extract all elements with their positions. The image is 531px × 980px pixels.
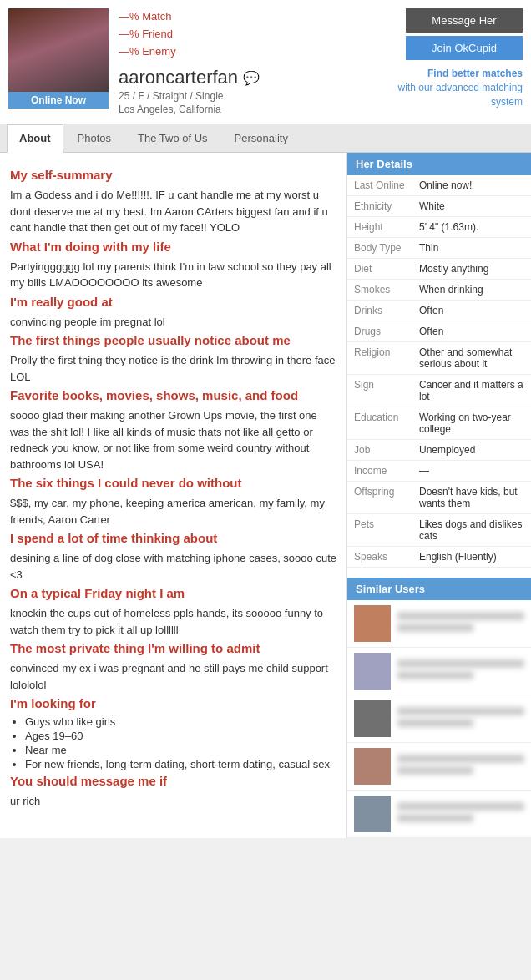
blurred-name-1 bbox=[397, 612, 524, 620]
similar-user-5[interactable] bbox=[347, 791, 531, 838]
detail-label-smokes: Smokes bbox=[347, 280, 414, 300]
about-sections: My self-summary Im a Godess and i do Me!… bbox=[0, 153, 347, 838]
detail-value-drinks: Often bbox=[414, 301, 531, 321]
detail-row-pets: Pets Likes dogs and dislikes cats bbox=[347, 514, 531, 547]
detail-value-last-online: Online now! bbox=[414, 175, 531, 195]
section-title-message-if: You should message me if bbox=[10, 774, 336, 788]
section-title-self-summary: My self-summary bbox=[10, 168, 336, 182]
detail-label-pets: Pets bbox=[347, 514, 414, 546]
detail-label-religion: Religion bbox=[347, 342, 414, 374]
right-column: Her Details Last Online Online now! Ethn… bbox=[347, 153, 531, 838]
detail-row-smokes: Smokes When drinking bbox=[347, 280, 531, 301]
detail-label-job: Job bbox=[347, 440, 414, 460]
blurred-detail-5 bbox=[397, 814, 473, 822]
section-text-message-if: ur rich bbox=[10, 793, 336, 810]
detail-value-sign: Cancer and it matters a lot bbox=[414, 375, 531, 407]
join-okcupid-button[interactable]: Join OkCupid bbox=[406, 36, 523, 60]
main-content: My self-summary Im a Godess and i do Me!… bbox=[0, 153, 531, 838]
detail-label-diet: Diet bbox=[347, 259, 414, 279]
blurred-detail-3 bbox=[397, 719, 473, 727]
section-private-thing: The most private thing I'm willing to ad… bbox=[10, 641, 336, 693]
detail-row-job: Job Unemployed bbox=[347, 440, 531, 461]
section-looking-for: I'm looking for Guys who like girls Ages… bbox=[10, 696, 336, 770]
similar-avatar-4 bbox=[354, 748, 391, 785]
detail-value-ethnicity: White bbox=[414, 196, 531, 216]
her-details: Her Details Last Online Online now! Ethn… bbox=[347, 153, 531, 568]
detail-label-sign: Sign bbox=[347, 375, 414, 407]
similar-user-4[interactable] bbox=[347, 743, 531, 791]
profile-tabs: About Photos The Two of Us Personality bbox=[0, 124, 531, 153]
similar-avatar-2 bbox=[354, 653, 391, 690]
similar-info-3 bbox=[397, 707, 524, 730]
section-text-really-good-at: convincing people im pregnat lol bbox=[10, 314, 336, 331]
details-header: Her Details bbox=[347, 153, 531, 175]
detail-label-income: Income bbox=[347, 461, 414, 481]
blurred-name-3 bbox=[397, 707, 524, 715]
detail-row-speaks: Speaks English (Fluently) bbox=[347, 547, 531, 568]
list-item: Near me bbox=[25, 744, 336, 756]
detail-label-drinks: Drinks bbox=[347, 301, 414, 321]
chat-icon[interactable]: 💬 bbox=[243, 70, 260, 86]
section-title-favorites: Favorite books, movies, shows, music, an… bbox=[10, 388, 336, 402]
detail-label-speaks: Speaks bbox=[347, 547, 414, 567]
detail-row-education: Education Working on two-year college bbox=[347, 407, 531, 440]
section-six-things: The six things I could never do without … bbox=[10, 476, 336, 528]
detail-row-last-online: Last Online Online now! bbox=[347, 175, 531, 196]
section-thinking-about: I spend a lot of time thinking about des… bbox=[10, 531, 336, 583]
section-favorites: Favorite books, movies, shows, music, an… bbox=[10, 388, 336, 472]
section-title-looking-for: I'm looking for bbox=[10, 696, 336, 710]
detail-row-income: Income — bbox=[347, 461, 531, 482]
header-info: —% Match —% Friend —% Enemy aaroncarterf… bbox=[109, 8, 389, 115]
tab-personality[interactable]: Personality bbox=[222, 124, 301, 152]
detail-label-height: Height bbox=[347, 217, 414, 237]
blurred-detail-4 bbox=[397, 766, 473, 775]
detail-row-diet: Diet Mostly anything bbox=[347, 259, 531, 280]
detail-value-height: 5' 4" (1.63m). bbox=[414, 217, 531, 237]
section-doing-with-life: What I'm doing with my life Partyinggggg… bbox=[10, 240, 336, 291]
user-location: Los Angeles, California bbox=[119, 104, 389, 115]
profile-header: Online Now —% Match —% Friend —% Enemy a… bbox=[0, 0, 531, 124]
similar-user-2[interactable] bbox=[347, 648, 531, 695]
detail-label-last-online: Last Online bbox=[347, 175, 414, 195]
list-item: For new friends, long-term dating, short… bbox=[25, 758, 336, 770]
section-message-if: You should message me if ur rich bbox=[10, 774, 336, 810]
section-title-first-notice: The first things people usually notice a… bbox=[10, 333, 336, 347]
online-status-badge: Online Now bbox=[8, 92, 109, 109]
user-demographics: 25 / F / Straight / Single bbox=[119, 90, 389, 102]
blurred-name-5 bbox=[397, 802, 524, 811]
section-text-doing-with-life: Partyingggggg lol my parents think I'm i… bbox=[10, 259, 336, 291]
blurred-detail-2 bbox=[397, 671, 473, 679]
tab-about[interactable]: About bbox=[7, 124, 63, 153]
detail-row-drugs: Drugs Often bbox=[347, 321, 531, 342]
blurred-detail-1 bbox=[397, 624, 473, 632]
tab-two-of-us[interactable]: The Two of Us bbox=[125, 124, 220, 152]
find-better-promo: Find better matches with our advanced ma… bbox=[389, 67, 523, 109]
header-actions: Message Her Join OkCupid Find better mat… bbox=[389, 8, 523, 109]
detail-value-income: — bbox=[414, 461, 531, 481]
detail-value-speaks: English (Fluently) bbox=[414, 547, 531, 567]
similar-avatar-3 bbox=[354, 700, 391, 737]
section-title-thinking-about: I spend a lot of time thinking about bbox=[10, 531, 336, 545]
section-text-first-notice: Prolly the first thing they notice is th… bbox=[10, 352, 336, 385]
tab-photos[interactable]: Photos bbox=[65, 124, 124, 152]
message-button[interactable]: Message Her bbox=[406, 8, 523, 33]
similar-user-1[interactable] bbox=[347, 600, 531, 648]
similar-info-1 bbox=[397, 612, 524, 635]
detail-label-body-type: Body Type bbox=[347, 238, 414, 258]
similar-avatar-1 bbox=[354, 605, 391, 642]
section-title-friday-night: On a typical Friday night I am bbox=[10, 586, 336, 600]
friend-percent: —% Friend bbox=[119, 26, 389, 43]
section-text-six-things: $$$, my car, my phone, keeping america a… bbox=[10, 495, 336, 528]
section-title-doing-with-life: What I'm doing with my life bbox=[10, 240, 336, 254]
section-self-summary: My self-summary Im a Godess and i do Me!… bbox=[10, 168, 336, 236]
detail-value-religion: Other and somewhat serious about it bbox=[414, 342, 531, 374]
section-title-six-things: The six things I could never do without bbox=[10, 476, 336, 490]
detail-row-drinks: Drinks Often bbox=[347, 301, 531, 321]
similar-avatar-5 bbox=[354, 796, 391, 832]
detail-row-offspring: Offspring Doesn't have kids, but wants t… bbox=[347, 482, 531, 514]
section-first-notice: The first things people usually notice a… bbox=[10, 333, 336, 385]
detail-row-ethnicity: Ethnicity White bbox=[347, 196, 531, 217]
similar-user-3[interactable] bbox=[347, 695, 531, 743]
detail-value-diet: Mostly anything bbox=[414, 259, 531, 279]
detail-row-height: Height 5' 4" (1.63m). bbox=[347, 217, 531, 238]
